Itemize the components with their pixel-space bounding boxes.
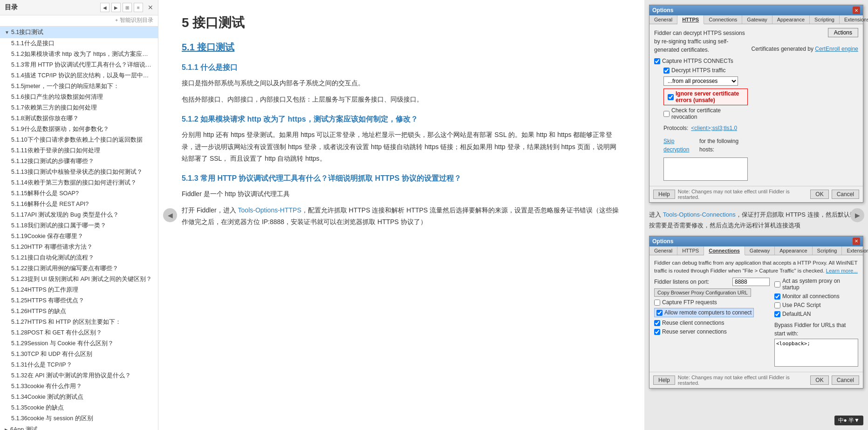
- tab-appearance[interactable]: Appearance: [772, 15, 810, 24]
- sidebar-item[interactable]: 5.1.35cookie 的缺点: [0, 403, 158, 413]
- ok-button[interactable]: OK: [810, 190, 828, 199]
- tab2-https[interactable]: HTTPS: [677, 246, 704, 255]
- capture-label: Capture HTTPS CONNECTs: [662, 58, 733, 64]
- sidebar-item[interactable]: 5.1.16解释什么是 REST API?: [0, 199, 158, 210]
- sidebar-item[interactable]: 5.1.5jmeter，一个接口的响应结果如下：: [0, 81, 158, 92]
- sidebar-item[interactable]: 5.1.11依赖于登录的接口如何处理: [0, 145, 158, 156]
- sidebar-item[interactable]: 5.1.30TCP 和 UDP 有什么区别: [0, 349, 158, 360]
- sidebar-item[interactable]: 5.1.29Session 与 Cookie 有什么区别？: [0, 338, 158, 349]
- reuse-client-checkbox[interactable]: [654, 320, 660, 326]
- tab2-extensions[interactable]: Extensions: [842, 246, 868, 255]
- help-button[interactable]: Help: [653, 190, 675, 199]
- nav-right-arrow[interactable]: ▶: [850, 208, 864, 222]
- sidebar-item[interactable]: 5.1.18我们测试的接口属于哪一类？: [0, 220, 158, 231]
- sidebar-item[interactable]: 5.1.6接口产生的垃圾数据如何清理: [0, 92, 158, 102]
- sidebar-item[interactable]: 5.1.19Cookie 保存在哪里？: [0, 231, 158, 242]
- from-processes-select[interactable]: ...from all processes: [663, 76, 738, 86]
- tab-scripting[interactable]: Scripting: [810, 15, 840, 24]
- sidebar-item[interactable]: 5.1.24HTTPS 的工作原理: [0, 285, 158, 295]
- sidebar-item[interactable]: 5.1.10下个接口请求参数依赖上个接口的返回数据: [0, 135, 158, 145]
- tab2-general[interactable]: General: [649, 246, 677, 255]
- sidebar-item[interactable]: 5.1.3常用 HTTP 协议调试代理工具有什么？详细说明抓 ...: [0, 60, 158, 70]
- sidebar-item[interactable]: 5.1.12接口测试的步骤有哪些？: [0, 156, 158, 167]
- capture-ftp-checkbox[interactable]: [654, 300, 660, 306]
- tab2-scripting[interactable]: Scripting: [813, 246, 842, 255]
- nav-left-arrow[interactable]: ◀: [163, 208, 177, 222]
- sidebar-item[interactable]: 5.1.15解释什么是 SOAP?: [0, 188, 158, 199]
- tools-options-connections-link[interactable]: Tools-Options-Connections: [663, 211, 736, 218]
- reuse-server-checkbox[interactable]: [654, 329, 660, 335]
- cancel2-button[interactable]: Cancel: [832, 375, 859, 385]
- sidebar-item[interactable]: 5.1.20HTTP 有哪些请求方法？: [0, 242, 158, 253]
- dialog2-close-button[interactable]: ✕: [853, 238, 860, 245]
- sidebar-item[interactable]: 5.1.14依赖于第三方数据的接口如何进行测试？: [0, 177, 158, 188]
- sidebar-item[interactable]: 5.1.23提到 UI 级别测试和 API 测试之间的关键区别？: [0, 274, 158, 285]
- tab-extensions[interactable]: Extensions: [840, 15, 868, 24]
- capture-checkbox[interactable]: [654, 58, 660, 64]
- sidebar-item[interactable]: 5.1.27HTTPS 和 HTTP 的区别主要如下：: [0, 317, 158, 328]
- learn-more-link[interactable]: Learn more...: [826, 268, 858, 273]
- tab2-gateway[interactable]: Gateway: [745, 246, 775, 255]
- sidebar-item[interactable]: 5.1.31什么是 TCP/IP？: [0, 360, 158, 370]
- sidebar-item-active[interactable]: ▼ 5.1接口测试: [0, 27, 158, 38]
- act-proxy-checkbox[interactable]: [774, 281, 780, 287]
- sidebar-item[interactable]: 5.1.4描述 TCP/IP 协议的层次结构，以及每一层中重要协 ...: [0, 70, 158, 81]
- connections-info-text: Fiddler can debug traffic from any appli…: [654, 259, 858, 275]
- sidebar-item[interactable]: 5.1.8测试数据你放在哪？: [0, 113, 158, 124]
- decrypt-checkbox[interactable]: [663, 68, 670, 74]
- sub3-title: 5.1.3 常用 HTTP 协议调试代理工具有什么？详细说明抓取 HTTPS 协…: [182, 174, 621, 184]
- default-lan-checkbox[interactable]: [774, 311, 780, 317]
- sidebar-item[interactable]: 5.1.32在 API 测试中测试的常用协议是什么？: [0, 370, 158, 381]
- tools-link[interactable]: Tools-Options-HTTPS: [238, 206, 301, 214]
- dialog-close-button[interactable]: ✕: [853, 7, 860, 14]
- skip-decryption-link[interactable]: Skip decryption: [663, 136, 697, 155]
- actions-button[interactable]: Actions: [828, 28, 858, 37]
- tab2-appearance[interactable]: Appearance: [775, 246, 812, 255]
- sub1-title: 5.1.1 什么是接口: [182, 63, 621, 73]
- sidebar-item[interactable]: 5.1.13接口测试中核验登录状态的接口如何测试？: [0, 167, 158, 177]
- skip-hosts-textarea[interactable]: [663, 157, 748, 181]
- sidebar-item[interactable]: 5.1.26HTTPS 的缺点: [0, 306, 158, 317]
- icon-prev[interactable]: ◀: [100, 3, 109, 12]
- protocols-value[interactable]: <client>;ssl3;tls1.0: [691, 123, 737, 133]
- monitor-all-checkbox[interactable]: [774, 293, 780, 300]
- sidebar-item[interactable]: 5.1.21接口自动化测试的流程？: [0, 253, 158, 263]
- sidebar-item[interactable]: 5.1.25HTTPS 有哪些优点？: [0, 295, 158, 306]
- use-pac-checkbox[interactable]: [774, 302, 780, 308]
- port-input[interactable]: [732, 278, 770, 286]
- sidebar-item[interactable]: 5.1.36cookie 与 session 的区别: [0, 413, 158, 424]
- tab-gateway[interactable]: Gateway: [742, 15, 772, 24]
- sidebar-item[interactable]: 5.1.34Cookie 测试的测试点: [0, 392, 158, 403]
- icon-next[interactable]: ▶: [111, 3, 121, 12]
- sidebar-item[interactable]: 5.1.7依赖第三方的接口如何处理: [0, 102, 158, 113]
- sidebar-item[interactable]: 5.1.17API 测试发现的 Bug 类型是什么？: [0, 210, 158, 220]
- ignore-checkbox[interactable]: [668, 94, 674, 100]
- tab-https[interactable]: HTTPS: [677, 15, 704, 24]
- tab-general[interactable]: General: [649, 15, 677, 24]
- sidebar-item[interactable]: 5.1.2如果模块请求 http 改为了 https，测试方案应该如何 ...: [0, 49, 158, 60]
- certs-link[interactable]: CertEnroll engine: [815, 45, 858, 53]
- sidebar-item[interactable]: 5.1.33cookie 有什么作用？: [0, 381, 158, 392]
- check-revocation-checkbox[interactable]: [663, 111, 670, 117]
- help2-button[interactable]: Help: [653, 375, 675, 385]
- tab-connections[interactable]: Connections: [704, 15, 742, 24]
- cancel-button[interactable]: Cancel: [832, 190, 859, 199]
- tab2-connections[interactable]: Connections: [704, 246, 745, 255]
- ok2-button[interactable]: OK: [810, 375, 828, 385]
- port-label: Fiddler listens on port:: [654, 279, 729, 285]
- icon-list[interactable]: ≡: [134, 3, 143, 12]
- copy-proxy-url-button[interactable]: Copy Browser Proxy Configuration URL: [654, 288, 751, 297]
- sidebar-item[interactable]: 5.1.28POST 和 GET 有什么区别？: [0, 328, 158, 338]
- dialog-footer: Help Note: Changes may not take effect u…: [649, 186, 863, 202]
- sidebar-item[interactable]: 5.1.9什么是数据驱动，如何参数化？: [0, 124, 158, 135]
- sidebar-section-app[interactable]: ▶ 6App 测试: [0, 424, 158, 430]
- bypass-textarea[interactable]: <loopback>;: [774, 339, 858, 367]
- sidebar-item[interactable]: 5.1.1什么是接口: [0, 38, 158, 49]
- close-button[interactable]: ✕: [148, 4, 153, 11]
- icon-grid[interactable]: ⊞: [123, 3, 132, 12]
- allow-remote-checkbox[interactable]: [656, 310, 663, 316]
- allow-remote-label: Allow remote computers to connect: [664, 309, 752, 316]
- section-title-text: 5.1 接口测试: [182, 42, 234, 52]
- dialog2-body: Fiddler can debug traffic from any appli…: [649, 255, 863, 372]
- sidebar-item[interactable]: 5.1.22接口测试用例的编写要点有哪些？: [0, 263, 158, 274]
